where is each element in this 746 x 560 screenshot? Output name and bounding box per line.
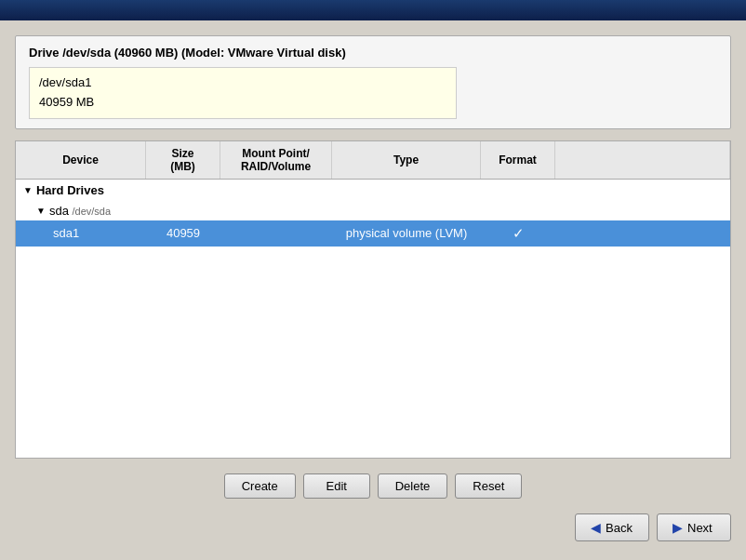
create-button[interactable]: Create — [224, 473, 296, 499]
header-extra — [555, 141, 730, 179]
header-device: Device — [16, 141, 146, 179]
next-label: Next — [687, 521, 713, 535]
nav-buttons-row: ◀ Back ▶ Next — [15, 513, 731, 545]
back-button[interactable]: ◀ Back — [575, 513, 649, 541]
cell-size: 40959 — [146, 221, 220, 245]
next-arrow-icon: ▶ — [673, 520, 683, 535]
drive-info-panel: Drive /dev/sda (40960 MB) (Model: VMware… — [15, 35, 731, 129]
cell-mount — [220, 229, 332, 238]
cell-device: sda1 — [16, 221, 146, 245]
next-button[interactable]: ▶ Next — [657, 513, 731, 541]
delete-button[interactable]: Delete — [378, 473, 448, 499]
edit-button[interactable]: Edit — [303, 473, 370, 499]
back-arrow-icon: ◀ — [591, 520, 601, 535]
group-label: Hard Drives — [36, 183, 104, 197]
drive-info-line2: 40959 MB — [39, 93, 446, 113]
group-hard-drives: ▼ Hard Drives — [16, 180, 730, 201]
sub-group-sda: ▼ sda /dev/sda — [16, 201, 730, 220]
drive-info-title: Drive /dev/sda (40960 MB) (Model: VMware… — [29, 46, 717, 60]
table-row[interactable]: sda1 40959 physical volume (LVM) ✓ — [16, 220, 730, 247]
group-arrow: ▼ — [23, 185, 33, 195]
header-format: Format — [481, 141, 555, 179]
header-type: Type — [332, 141, 481, 179]
sub-group-label: sda /dev/sda — [49, 204, 111, 218]
partition-table-panel: Device Size(MB) Mount Point/RAID/Volume … — [15, 140, 731, 459]
header-mount: Mount Point/RAID/Volume — [220, 141, 332, 179]
cell-extra — [555, 229, 730, 238]
drive-info-box: /dev/sda1 40959 MB — [29, 67, 457, 119]
back-label: Back — [606, 521, 633, 535]
table-header: Device Size(MB) Mount Point/RAID/Volume … — [16, 141, 730, 180]
action-buttons-row: Create Edit Delete Reset — [15, 470, 731, 502]
header-size: Size(MB) — [146, 141, 220, 179]
reset-button[interactable]: Reset — [455, 473, 522, 499]
drive-info-line1: /dev/sda1 — [39, 73, 446, 93]
title-bar — [0, 0, 746, 20]
main-content: Drive /dev/sda (40960 MB) (Model: VMware… — [0, 20, 746, 560]
table-body: ▼ Hard Drives ▼ sda /dev/sda sda1 40959 … — [16, 180, 730, 459]
cell-type: physical volume (LVM) — [332, 221, 481, 245]
cell-format: ✓ — [481, 220, 555, 247]
sub-group-arrow: ▼ — [36, 206, 46, 216]
